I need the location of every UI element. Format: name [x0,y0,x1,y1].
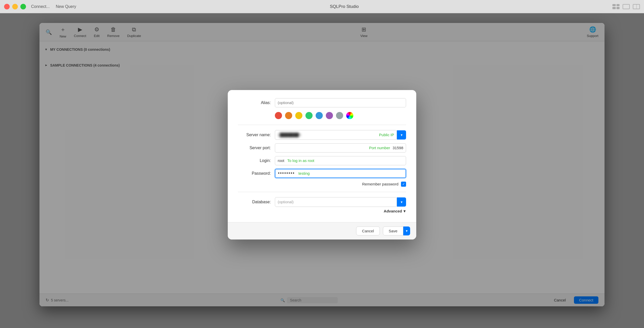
password-row: Password: •••••••• testing [238,169,406,178]
checkmark-icon: ✓ [402,182,405,186]
server-ip: 1███████5 [275,130,377,140]
server-port-label: Server port: [238,146,275,150]
login-value: root [278,158,284,163]
modal-body: Alias: Server name: [228,90,416,222]
cancel-button[interactable]: Cancel [356,226,380,235]
chevron-down-icon: ▾ [401,133,403,137]
login-row: Login: root To log in as root [238,156,406,165]
icon-rect [623,4,630,9]
save-dropdown-button[interactable]: ▾ [403,226,410,235]
alias-row: Alias: [238,98,406,107]
password-label: Password: [238,171,275,176]
save-group: Save ▾ [383,226,410,235]
save-chevron-icon: ▾ [406,229,408,233]
advanced-label: Advanced [384,209,402,213]
color-green[interactable] [305,112,313,119]
title-bar-left: Connect... New Query [31,4,76,9]
remember-password-checkbox[interactable]: ✓ [401,182,406,187]
server-input-wrapper: 1███████5 Public IP [275,130,397,140]
password-hint: testing [298,171,310,175]
remember-password-label: Remember password [362,182,398,186]
server-tag: Public IP [377,133,397,137]
minimize-button[interactable] [12,4,18,9]
color-yellow[interactable] [295,112,302,119]
title-bar: Connect... New Query SQLPro Studio [0,0,644,13]
save-button[interactable]: Save [383,226,403,235]
color-multicolor[interactable] [346,112,353,119]
maximize-button[interactable] [20,4,26,9]
login-tag: To log in as root [287,158,314,163]
advanced-button[interactable]: Advanced ▾ [384,209,406,213]
app-title: SQLPro Studio [76,4,612,9]
login-label: Login: [238,158,275,163]
advanced-row: Advanced ▾ [238,209,406,213]
color-red[interactable] [275,112,282,119]
server-name-row: Server name: 1███████5 Public IP ▾ [238,130,406,140]
server-port-row: Server port: Port number 31598 [238,143,406,153]
modal-footer: Cancel Save ▾ [228,222,416,239]
alias-input[interactable] [275,98,406,107]
port-value: 31598 [393,146,403,150]
color-orange[interactable] [285,112,292,119]
app-window: 🔍 ＋ New ▶ Connect ⚙ Edit 🗑 Remove ⧉ Dupl… [39,23,605,306]
icon-split [633,4,640,9]
port-number-label: Port number [369,146,390,150]
divider-1 [238,125,406,125]
database-row: Database: (optional) ▾ [238,197,406,207]
close-button[interactable] [4,4,10,9]
database-chevron-icon: ▾ [401,200,403,204]
server-name-label: Server name: [238,133,275,137]
database-label: Database: [238,200,275,204]
divider-2 [238,192,406,192]
nav-new-query[interactable]: New Query [56,4,76,9]
remember-password-row: Remember password ✓ [238,182,406,187]
password-dots: •••••••• [278,171,295,176]
color-purple[interactable] [326,112,333,119]
alias-label: Alias: [238,100,275,105]
icon-grid [612,4,620,9]
advanced-chevron-icon: ▾ [404,209,406,213]
database-dropdown-button[interactable]: ▾ [397,197,406,207]
modal-overlay: Alias: Server name: [39,23,605,306]
login-input-wrapper: root To log in as root [275,156,406,165]
color-swatches [275,112,406,119]
nav-connect[interactable]: Connect... [31,4,50,9]
traffic-lights [4,4,26,9]
database-placeholder: (optional) [275,197,397,207]
port-input-wrapper: Port number 31598 [275,143,406,153]
color-blue[interactable] [316,112,323,119]
password-input-wrapper[interactable]: •••••••• testing [275,169,406,178]
database-input-wrapper: (optional) [275,197,397,207]
color-gray[interactable] [336,112,343,119]
server-dropdown-button[interactable]: ▾ [397,130,406,140]
connection-modal: Alias: Server name: [228,90,416,239]
